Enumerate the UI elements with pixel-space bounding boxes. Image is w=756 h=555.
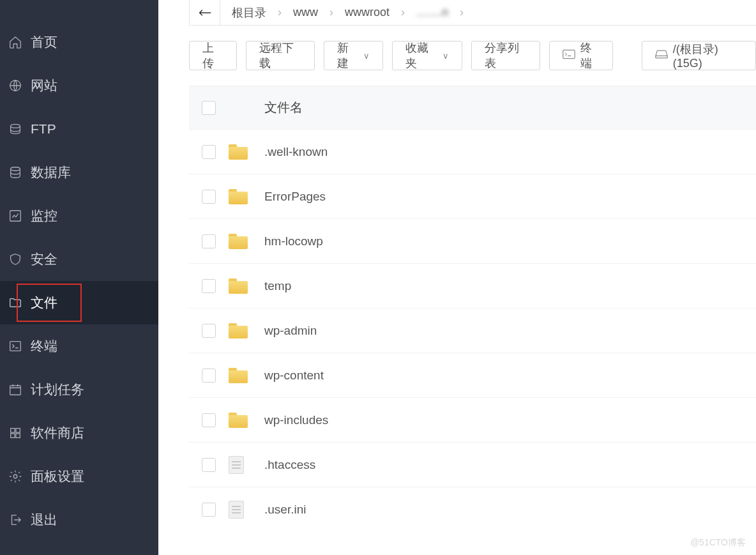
back-button[interactable] — [190, 0, 220, 25]
new-button[interactable]: 新建∨ — [324, 41, 383, 70]
sidebar-item-settings[interactable]: 面板设置 — [0, 455, 158, 498]
shield-icon — [8, 252, 23, 267]
gear-icon — [8, 469, 23, 484]
file-name[interactable]: ErrorPages — [262, 190, 756, 204]
file-row[interactable]: hm-locowp — [189, 218, 756, 263]
sidebar-item-label: 退出 — [31, 511, 57, 529]
column-name[interactable]: 文件名 — [262, 99, 303, 116]
sidebar-item-home[interactable]: 首页 — [0, 20, 158, 64]
sidebar-item-security[interactable]: 安全 — [0, 238, 158, 281]
watermark: @51CTO博客 — [690, 537, 746, 549]
folder-icon — [229, 278, 248, 294]
sidebar-item-label: 数据库 — [31, 163, 71, 181]
crumb-root[interactable]: 根目录 — [220, 5, 278, 20]
svg-point-2 — [11, 167, 20, 171]
row-checkbox[interactable] — [202, 503, 216, 517]
file-name[interactable]: .well-known — [262, 145, 756, 159]
share-list-button[interactable]: 分享列表 — [471, 41, 540, 70]
crumb-wwwroot[interactable]: wwwroot — [333, 6, 401, 19]
sidebar-item-db[interactable]: 数据库 — [0, 151, 158, 194]
calendar-icon — [8, 382, 23, 397]
file-row[interactable]: ErrorPages — [189, 174, 756, 218]
sidebar-item-label: 计划任务 — [31, 381, 84, 399]
row-checkbox[interactable] — [202, 413, 216, 427]
file-name[interactable]: .htaccess — [262, 458, 756, 472]
main-content: 根目录 › www › wwwroot › ........n › 上传 远程下… — [158, 0, 756, 555]
folder-icon — [229, 234, 248, 249]
sidebar-item-cron[interactable]: 计划任务 — [0, 368, 158, 411]
file-name[interactable]: hm-locowp — [262, 234, 756, 248]
upload-button[interactable]: 上传 — [189, 41, 237, 70]
globe-icon — [8, 78, 23, 93]
sidebar-item-files[interactable]: 文件 — [0, 281, 158, 324]
row-checkbox[interactable] — [202, 369, 216, 383]
svg-rect-5 — [10, 386, 21, 395]
file-name[interactable]: temp — [262, 279, 756, 293]
row-checkbox[interactable] — [202, 324, 216, 338]
row-checkbox[interactable] — [202, 279, 216, 293]
sidebar: 首页 网站 FTP 数据库 监控 — [0, 0, 158, 555]
disk-button[interactable]: /(根目录) (15G) — [642, 41, 756, 70]
ftp-icon — [8, 121, 23, 137]
svg-rect-9 — [16, 434, 20, 437]
sidebar-item-label: 面板设置 — [31, 468, 84, 485]
chart-icon — [8, 208, 23, 224]
svg-rect-7 — [16, 429, 20, 432]
file-row[interactable]: .well-known — [189, 129, 756, 174]
row-checkbox[interactable] — [202, 458, 216, 472]
sidebar-item-logout[interactable]: 退出 — [0, 498, 158, 542]
folder-icon — [8, 295, 23, 310]
sidebar-item-label: 终端 — [31, 337, 57, 355]
file-row[interactable]: .user.ini — [189, 487, 756, 531]
file-row[interactable]: temp — [189, 263, 756, 308]
database-icon — [8, 165, 23, 180]
row-checkbox[interactable] — [202, 190, 216, 204]
svg-point-1 — [11, 125, 20, 128]
file-name[interactable]: .user.ini — [262, 503, 756, 517]
folder-icon — [229, 368, 248, 383]
grid-icon — [8, 425, 23, 441]
svg-rect-11 — [563, 50, 575, 58]
folder-icon — [229, 413, 248, 428]
sidebar-item-label: 安全 — [31, 250, 57, 268]
svg-point-10 — [13, 475, 17, 478]
file-name[interactable]: wp-admin — [262, 324, 756, 338]
crumb-current[interactable]: ........n — [405, 6, 460, 19]
sidebar-item-site[interactable]: 网站 — [0, 64, 158, 107]
sidebar-item-label: 首页 — [31, 33, 57, 51]
logout-icon — [8, 512, 23, 528]
file-row[interactable]: .htaccess — [189, 442, 756, 487]
sidebar-item-label: FTP — [31, 121, 56, 137]
file-icon — [229, 501, 244, 519]
sidebar-item-label: 软件商店 — [31, 424, 84, 442]
file-row[interactable]: wp-includes — [189, 397, 756, 442]
sidebar-item-label: 文件 — [31, 294, 57, 312]
remote-download-button[interactable]: 远程下载 — [246, 41, 315, 70]
chevron-down-icon: ∨ — [442, 51, 449, 61]
terminal-icon — [563, 49, 575, 63]
folder-icon — [229, 144, 248, 160]
folder-icon — [229, 189, 248, 204]
sidebar-item-appstore[interactable]: 软件商店 — [0, 411, 158, 455]
row-checkbox[interactable] — [202, 234, 216, 248]
terminal-button[interactable]: 终端 — [549, 41, 614, 70]
file-name[interactable]: wp-content — [262, 369, 756, 383]
sidebar-item-terminal[interactable]: 终端 — [0, 324, 158, 368]
sidebar-item-label: 监控 — [31, 207, 57, 225]
chevron-right-icon: › — [460, 6, 464, 19]
sidebar-item-monitor[interactable]: 监控 — [0, 194, 158, 238]
select-all-checkbox[interactable] — [202, 101, 216, 115]
sidebar-item-ftp[interactable]: FTP — [0, 107, 158, 151]
toolbar: 上传 远程下载 新建∨ 收藏夹∨ 分享列表 终端 /(根目录) (15G) — [158, 26, 756, 86]
file-row[interactable]: wp-content — [189, 353, 756, 397]
favorites-button[interactable]: 收藏夹∨ — [392, 41, 462, 70]
crumb-www[interactable]: www — [282, 6, 329, 19]
svg-rect-6 — [11, 429, 15, 432]
file-name[interactable]: wp-includes — [262, 413, 756, 427]
breadcrumb: 根目录 › www › wwwroot › ........n › — [189, 0, 756, 26]
svg-rect-8 — [11, 434, 15, 437]
file-list: 文件名 .well-knownErrorPageshm-locowptempwp… — [189, 86, 756, 531]
svg-rect-4 — [10, 342, 21, 351]
file-row[interactable]: wp-admin — [189, 308, 756, 353]
row-checkbox[interactable] — [202, 145, 216, 159]
